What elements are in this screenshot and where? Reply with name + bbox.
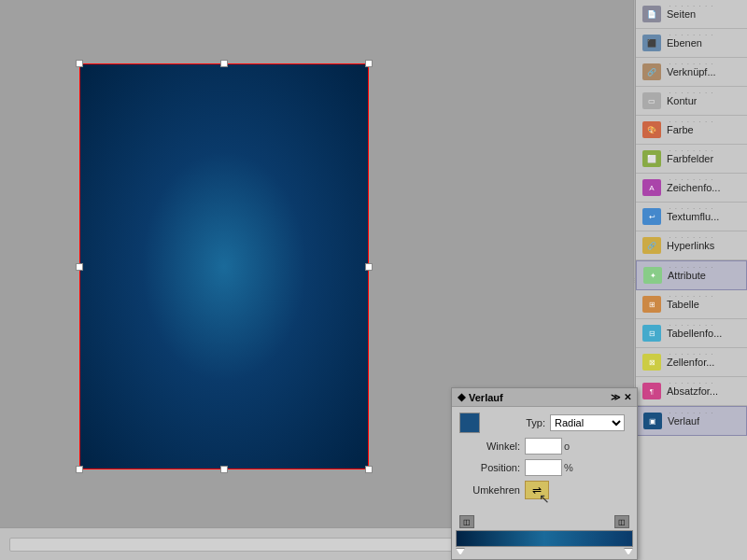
gradient-panel-header: ◆ Verlauf ≫ ✕ [452, 388, 637, 407]
panel-item-dots: · · · · · · · · [669, 321, 713, 329]
gradient-panel-close-icon[interactable]: ✕ [624, 392, 631, 402]
gradient-right-icon[interactable]: ◫ [614, 515, 629, 528]
gradient-handle-left[interactable] [456, 548, 465, 555]
blue-rectangle [79, 63, 369, 469]
zeichenfo-icon: A [641, 178, 662, 197]
typ-select[interactable]: Radial Linear [550, 414, 625, 431]
panel-item-farbe[interactable]: · · · · · · · ·🎨Farbe [636, 116, 747, 145]
panel-item-zellenfor[interactable]: · · · · · · · ·⊠Zellenfor... [636, 348, 747, 377]
absatzfor-icon: ¶ [641, 382, 662, 400]
ebenen-icon: ⬛ [641, 34, 662, 52]
winkel-unit: o [564, 441, 570, 452]
position-input[interactable] [525, 459, 562, 476]
horizontal-scrollbar[interactable] [9, 538, 476, 552]
textumfl-icon: ↩ [641, 207, 662, 226]
gradient-left-icon[interactable]: ◫ [459, 515, 474, 528]
panel-item-dots: · · · · · · · · [669, 147, 713, 155]
panel-item-dots: · · · · · · · · [669, 379, 713, 387]
panel-item-dots: · · · · · · · · [669, 175, 713, 184]
attribute-icon: ✦ [642, 266, 663, 285]
zellenfor-icon: ⊠ [641, 353, 662, 371]
panel-item-hyperlinks[interactable]: · · · · · · · ·🔗Hyperlinks [636, 231, 747, 260]
panel-item-dots: · · · · · · · · [669, 2, 713, 10]
tabellenfo-icon: ⊟ [641, 324, 662, 343]
gradient-panel-title: Verlauf [469, 392, 503, 403]
position-label: Position: [459, 462, 520, 473]
panel-item-dots: · · · · · · · · [669, 233, 713, 242]
panel-item-zeichenfo[interactable]: · · · · · · · ·AZeichenfo... [636, 174, 747, 203]
panel-item-dots: · · · · · · · · [669, 292, 713, 301]
panel-item-verlauf[interactable]: · · · · · · · ·▣Verlauf [636, 406, 747, 436]
position-unit: % [564, 462, 573, 473]
gradient-umkehren-row: Umkehren ⇌ ↖ [459, 481, 629, 499]
gradient-bar-container: ◫ ◫ [452, 513, 637, 559]
farbfelder-icon: ⬜ [641, 149, 662, 168]
gradient-icons-row: ◫ ◫ [456, 513, 633, 530]
panel-item-dots: · · · · · · · · [669, 204, 713, 213]
panel-item-tabelle[interactable]: · · · · · · · ·⊞Tabelle [636, 290, 747, 319]
farbe-icon: 🎨 [641, 120, 662, 139]
gradient-handle-right[interactable] [624, 548, 633, 555]
panel-item-verknuepf[interactable]: · · · · · · · ·🔗Verknüpf... [636, 58, 747, 87]
panel-item-attribute[interactable]: · · · · · · · ·✦Attribute [636, 260, 747, 290]
panel-item-dots: · · · · · · · · [669, 350, 713, 358]
cursor-indicator: ↖ [539, 491, 550, 506]
gradient-panel-menu-icon[interactable]: ≫ [611, 392, 620, 402]
verlauf-icon: ▣ [642, 412, 663, 430]
hyperlinks-icon: 🔗 [641, 236, 662, 255]
panel-item-textumfl[interactable]: · · · · · · · ·↩Textumflu... [636, 203, 747, 231]
winkel-input[interactable] [525, 438, 562, 455]
typ-label: Typ: [485, 417, 545, 428]
gradient-bar-handles [456, 548, 633, 555]
handle-middle-left[interactable] [76, 263, 83, 271]
panel-item-dots: · · · · · · · · [669, 60, 713, 68]
panel-item-kontur[interactable]: · · · · · · · ·▭Kontur [636, 87, 747, 116]
winkel-label: Winkel: [459, 441, 520, 452]
gradient-winkel-row: Winkel: o [459, 438, 629, 455]
panel-item-dots: · · · · · · · · [669, 409, 713, 417]
gradient-swatch[interactable] [459, 413, 480, 433]
tabelle-icon: ⊞ [641, 295, 662, 314]
gradient-position-row: Position: % [459, 459, 629, 476]
panel-item-tabellenfo[interactable]: · · · · · · · ·⊟Tabellenfo... [636, 319, 747, 348]
panel-item-absatzfor[interactable]: · · · · · · · ·¶Absatzfor... [636, 377, 747, 406]
handle-top-left[interactable] [76, 60, 83, 67]
handle-bottom-right[interactable] [365, 466, 373, 473]
panel-item-dots: · · · · · · · · [669, 31, 713, 39]
umkehren-label: Umkehren [459, 484, 520, 496]
panel-item-seiten[interactable]: · · · · · · · ·📄Seiten [636, 0, 747, 29]
panel-item-dots: · · · · · · · · [669, 89, 713, 97]
umkehren-button[interactable]: ⇌ ↖ [525, 481, 549, 499]
panel-item-dots: · · · · · · · · [669, 118, 713, 126]
handle-bottom-left[interactable] [76, 466, 83, 473]
panel-item-dots: · · · · · · · · [669, 263, 713, 272]
handle-top-right[interactable] [365, 60, 373, 67]
seiten-icon: 📄 [641, 5, 662, 23]
right-panel: · · · · · · · ·📄Seiten· · · · · · · ·⬛Eb… [635, 0, 747, 560]
panel-item-ebenen[interactable]: · · · · · · · ·⬛Ebenen [636, 29, 747, 58]
handle-middle-right[interactable] [365, 263, 373, 271]
kontur-icon: ▭ [641, 91, 662, 110]
selected-object[interactable] [79, 63, 369, 469]
gradient-panel-arrow: ◆ [458, 391, 465, 403]
handle-bottom-center[interactable] [220, 466, 228, 473]
gradient-panel-body: Typ: Radial Linear Winkel: o Position: %… [452, 407, 637, 510]
gradient-typ-row: Typ: Radial Linear [459, 413, 629, 433]
verknuepf-icon: 🔗 [641, 63, 662, 81]
gradient-panel: ◆ Verlauf ≫ ✕ Typ: Radial Linear Winkel:… [451, 387, 638, 560]
gradient-bar[interactable] [456, 530, 633, 547]
header-left: ◆ Verlauf [458, 391, 503, 403]
handle-top-center[interactable] [220, 60, 228, 67]
panel-item-farbfelder[interactable]: · · · · · · · ·⬜Farbfelder [636, 145, 747, 174]
